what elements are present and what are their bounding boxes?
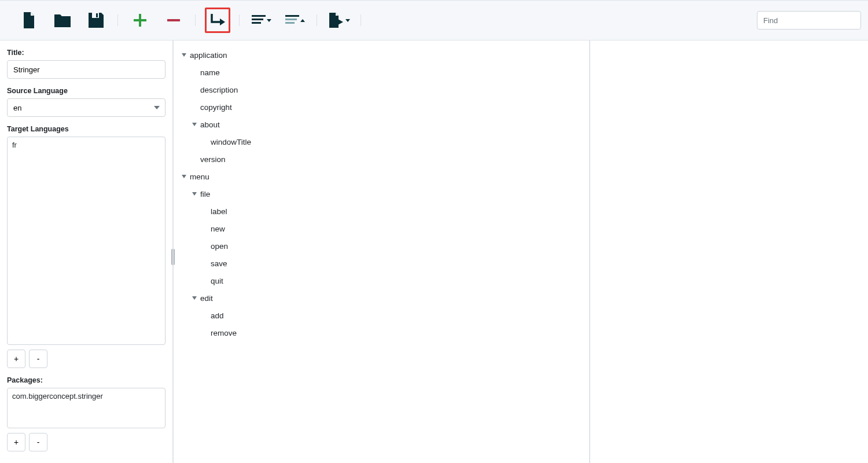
chevron-down-icon[interactable] (192, 192, 197, 196)
svg-rect-7 (252, 22, 261, 24)
tree-node-label: label (211, 207, 227, 216)
export-button[interactable] (326, 8, 352, 33)
remove-button[interactable] (161, 8, 186, 33)
lines-light-icon (285, 15, 299, 25)
chevron-down-icon[interactable] (192, 123, 197, 126)
svg-rect-9 (285, 19, 297, 20)
toolbar (0, 0, 868, 41)
tree-node[interactable]: description (177, 81, 586, 98)
tree-node[interactable]: version (177, 150, 586, 168)
add-target-language-button[interactable]: + (7, 350, 25, 368)
caret-down-icon (345, 19, 350, 22)
plus-icon (134, 14, 146, 27)
minus-icon (167, 14, 180, 27)
toolbar-group-export (317, 8, 361, 33)
title-input[interactable] (7, 60, 165, 79)
folder-icon (54, 13, 71, 27)
tree-node[interactable]: application (177, 46, 586, 64)
tree-node[interactable]: name (177, 64, 586, 81)
tree-panel: applicationnamedescriptioncopyrightabout… (174, 41, 590, 463)
tree-node-label: quit (211, 277, 223, 285)
tree-node-label: menu (190, 172, 209, 181)
target-languages-label: Target Languages (7, 125, 165, 133)
tree-node[interactable]: about (177, 116, 586, 133)
add-package-button[interactable]: + (7, 433, 25, 451)
tree-node[interactable]: remove (177, 324, 586, 341)
tree-node[interactable]: new (177, 220, 586, 237)
title-label: Title: (7, 49, 165, 57)
tree-node-label: remove (211, 329, 237, 337)
tree-node-label: copyright (200, 103, 232, 112)
chevron-down-icon[interactable] (182, 175, 186, 178)
svg-rect-1 (96, 13, 98, 17)
tree-node[interactable]: edit (177, 289, 586, 307)
caret-up-icon (300, 19, 305, 22)
packages-label: Packages: (7, 376, 165, 384)
indent-icon (209, 13, 226, 28)
detail-panel (590, 41, 868, 463)
tree-node-label: file (200, 190, 210, 199)
source-language-select[interactable]: en (7, 98, 165, 117)
tree-node[interactable]: quit (177, 272, 586, 289)
caret-down-icon (267, 19, 271, 22)
source-language-label: Source Language (7, 87, 165, 95)
toolbar-group-file (7, 8, 118, 33)
expand-all-button[interactable] (249, 8, 274, 33)
toolbar-group-sort (240, 8, 317, 33)
tree-node-label: new (211, 225, 225, 233)
svg-rect-10 (285, 22, 295, 24)
remove-package-button[interactable]: - (29, 433, 47, 451)
tree-node-label: edit (200, 294, 213, 303)
tree-node-label: name (200, 68, 220, 77)
tree-node[interactable]: menu (177, 168, 586, 185)
svg-rect-6 (252, 19, 263, 20)
save-icon (89, 13, 104, 28)
lines-solid-icon (252, 15, 266, 25)
tree-node[interactable]: open (177, 237, 586, 255)
find-input[interactable] (757, 11, 861, 30)
file-icon (22, 12, 36, 28)
main-area: Title: Source Language en Target Languag… (0, 41, 868, 463)
save-button[interactable] (83, 8, 109, 33)
tree-node[interactable]: copyright (177, 98, 586, 116)
svg-rect-5 (252, 15, 266, 17)
tree-node-label: application (190, 51, 227, 60)
svg-rect-0 (92, 13, 99, 18)
tree-node-label: add (211, 311, 224, 320)
add-button[interactable] (127, 8, 153, 33)
tree-node[interactable]: add (177, 307, 586, 324)
toolbar-group-edit (118, 8, 196, 33)
toolbar-group-indent (196, 8, 240, 33)
packages-list[interactable]: com.biggerconcept.stringer (7, 388, 165, 428)
chevron-down-icon[interactable] (192, 296, 197, 300)
indent-button[interactable] (205, 8, 230, 33)
tree-node[interactable]: file (177, 185, 586, 203)
list-item[interactable]: com.biggerconcept.stringer (12, 392, 160, 400)
properties-panel: Title: Source Language en Target Languag… (0, 41, 174, 463)
list-item[interactable]: fr (12, 141, 160, 149)
open-folder-button[interactable] (50, 8, 75, 33)
svg-rect-4 (167, 19, 180, 21)
svg-rect-8 (285, 15, 299, 17)
tree-node[interactable]: save (177, 255, 586, 272)
file-export-icon (328, 13, 344, 28)
remove-target-language-button[interactable]: - (29, 350, 47, 368)
tree-node-label: description (200, 86, 238, 94)
splitter-handle[interactable] (174, 249, 175, 265)
collapse-all-button[interactable] (282, 8, 308, 33)
tree-node[interactable]: label (177, 203, 586, 220)
chevron-down-icon[interactable] (182, 53, 186, 57)
tree-node-label: version (200, 155, 226, 164)
tree-node-label: open (211, 242, 228, 251)
new-file-button[interactable] (16, 8, 42, 33)
tree-node-label: windowTitle (211, 138, 251, 146)
tree-node-label: save (211, 259, 227, 268)
target-languages-list[interactable]: fr (7, 137, 165, 345)
svg-rect-3 (134, 19, 146, 21)
tree-node-label: about (200, 120, 220, 129)
tree-node[interactable]: windowTitle (177, 133, 586, 150)
